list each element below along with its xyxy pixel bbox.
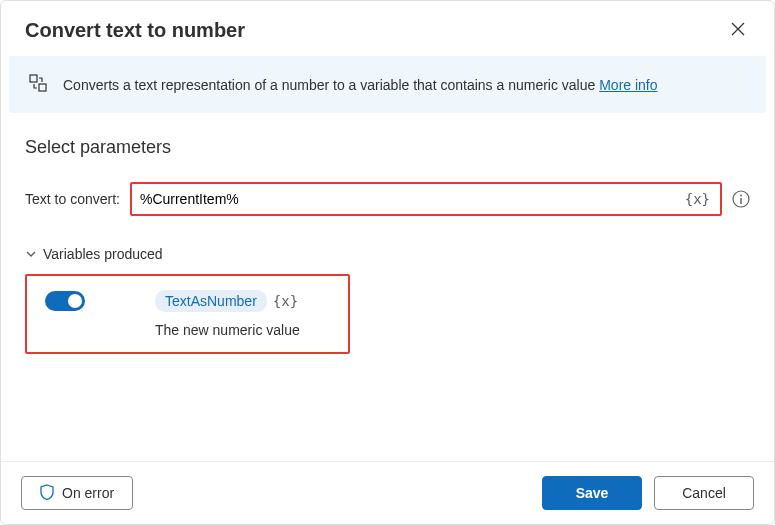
on-error-label: On error	[62, 485, 114, 501]
banner-text: Converts a text representation of a numb…	[63, 77, 599, 93]
cancel-label: Cancel	[682, 485, 726, 501]
text-to-convert-input[interactable]	[140, 191, 681, 207]
more-info-link[interactable]: More info	[599, 77, 657, 93]
variables-produced-header[interactable]: Variables produced	[25, 246, 750, 262]
info-banner: Converts a text representation of a numb…	[9, 56, 766, 113]
variable-name[interactable]: TextAsNumber	[155, 290, 267, 312]
svg-rect-0	[30, 75, 37, 82]
cancel-button[interactable]: Cancel	[654, 476, 754, 510]
section-title: Select parameters	[25, 137, 750, 158]
dialog-footer: On error Save Cancel	[1, 461, 774, 524]
help-icon[interactable]	[732, 190, 750, 208]
variable-toggle[interactable]	[45, 291, 85, 311]
variable-name-wrap: TextAsNumber {x}	[155, 290, 298, 312]
svg-rect-1	[39, 84, 46, 91]
chevron-down-icon	[25, 248, 37, 260]
svg-rect-4	[740, 198, 741, 204]
banner-text-wrap: Converts a text representation of a numb…	[63, 77, 658, 93]
save-label: Save	[576, 485, 609, 501]
dialog: Convert text to number Converts a text r…	[0, 0, 775, 525]
dialog-title: Convert text to number	[25, 19, 245, 42]
shield-icon	[40, 484, 54, 503]
variable-picker-icon[interactable]: {x}	[681, 189, 714, 209]
toggle-knob	[68, 294, 82, 308]
variable-type-icon: {x}	[273, 293, 298, 309]
variable-description: The new numeric value	[155, 322, 330, 338]
on-error-button[interactable]: On error	[21, 476, 133, 510]
close-button[interactable]	[726, 17, 750, 44]
footer-right: Save Cancel	[542, 476, 754, 510]
variables-produced-label: Variables produced	[43, 246, 163, 262]
variable-row: TextAsNumber {x}	[45, 290, 330, 312]
text-to-convert-input-group: {x}	[130, 182, 722, 216]
close-icon	[730, 21, 746, 40]
save-button[interactable]: Save	[542, 476, 642, 510]
dialog-header: Convert text to number	[1, 1, 774, 56]
param-label: Text to convert:	[25, 191, 120, 207]
content-area: Select parameters Text to convert: {x} V…	[1, 113, 774, 461]
param-text-to-convert: Text to convert: {x}	[25, 182, 750, 216]
variables-produced-box: TextAsNumber {x} The new numeric value	[25, 274, 350, 354]
convert-text-icon	[29, 74, 47, 95]
svg-point-3	[740, 195, 742, 197]
